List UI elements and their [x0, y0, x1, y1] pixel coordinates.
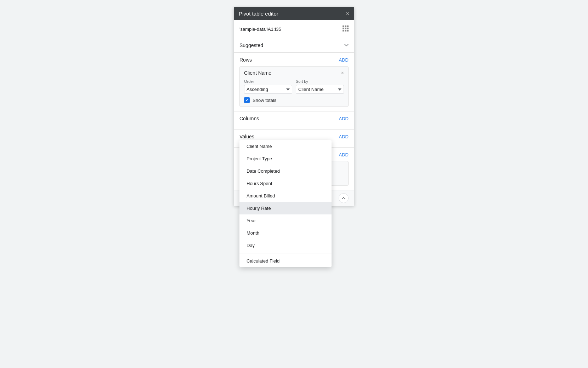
dropdown-item-hourly-rate[interactable]: Hourly Rate — [239, 202, 332, 214]
data-range-text: 'sample-data'!A1:I35 — [239, 27, 281, 32]
dropdown-item-day[interactable]: Day — [239, 239, 332, 252]
show-totals-label: Show totals — [253, 98, 276, 103]
dropdown-item-hours-spent[interactable]: Hours Spent — [239, 177, 332, 190]
svg-rect-1 — [345, 25, 346, 27]
show-totals-checkbox[interactable] — [244, 97, 250, 103]
suggested-section[interactable]: Suggested — [234, 38, 354, 53]
rows-card-controls: Order Ascending Descending Sort by Clien… — [244, 79, 344, 94]
filters-add-button[interactable]: ADD — [339, 152, 349, 157]
values-section: Values ADD Client Name Project Type Date… — [234, 130, 354, 148]
rows-section: Rows ADD Client Name × Order Ascending D… — [234, 53, 354, 111]
dropdown-item-amount-billed[interactable]: Amount Billed — [239, 190, 332, 202]
columns-section-header: Columns ADD — [239, 116, 349, 121]
values-add-button[interactable]: ADD — [339, 134, 349, 139]
sort-by-control-group: Sort by Client Name — [296, 79, 344, 94]
rows-card-close-icon[interactable]: × — [341, 70, 344, 76]
show-totals-row: Show totals — [244, 97, 344, 103]
dropdown-item-year[interactable]: Year — [239, 214, 332, 227]
dropdown-item-date-completed[interactable]: Date Completed — [239, 165, 332, 177]
suggested-label: Suggested — [239, 42, 263, 48]
dropdown-item-project-type[interactable]: Project Type — [239, 153, 332, 165]
dropdown-item-month[interactable]: Month — [239, 227, 332, 239]
columns-section: Columns ADD — [234, 111, 354, 130]
columns-add-button[interactable]: ADD — [339, 116, 349, 121]
svg-rect-2 — [347, 25, 349, 27]
svg-rect-0 — [343, 25, 344, 27]
panel-title: Pivot table editor — [239, 11, 278, 17]
chevron-down-icon — [344, 43, 349, 48]
svg-rect-4 — [345, 28, 346, 29]
panel-header: Pivot table editor × — [234, 7, 354, 20]
close-icon[interactable]: × — [346, 11, 349, 17]
rows-section-header: Rows ADD — [239, 57, 349, 63]
svg-rect-3 — [343, 28, 344, 29]
dropdown-divider — [239, 253, 332, 253]
dropdown-item-calculated-field[interactable]: Calculated Field — [239, 255, 332, 267]
sort-by-select[interactable]: Client Name — [296, 85, 344, 94]
svg-rect-6 — [343, 30, 344, 31]
order-select[interactable]: Ascending Descending — [244, 85, 292, 94]
rows-add-button[interactable]: ADD — [339, 57, 349, 63]
values-section-header: Values ADD — [239, 134, 349, 139]
svg-rect-8 — [347, 30, 349, 31]
columns-title: Columns — [239, 116, 259, 121]
svg-rect-5 — [347, 28, 349, 29]
pivot-table-editor-panel: Pivot table editor × 'sample-data'!A1:I3… — [234, 7, 354, 206]
data-range-row: 'sample-data'!A1:I35 — [234, 20, 354, 38]
order-control-group: Order Ascending Descending — [244, 79, 292, 94]
rows-card-title: Client Name — [244, 70, 271, 76]
rows-card-header: Client Name × — [244, 70, 344, 76]
sort-by-label: Sort by — [296, 79, 344, 84]
grid-icon[interactable] — [342, 25, 349, 33]
values-title: Values — [239, 134, 254, 139]
scroll-up-button[interactable] — [339, 193, 349, 203]
rows-card: Client Name × Order Ascending Descending… — [239, 66, 349, 107]
dropdown-item-client-name[interactable]: Client Name — [239, 140, 332, 153]
svg-rect-7 — [345, 30, 346, 31]
rows-title: Rows — [239, 57, 252, 63]
order-label: Order — [244, 79, 292, 84]
values-dropdown: Client Name Project Type Date Completed … — [239, 140, 332, 267]
